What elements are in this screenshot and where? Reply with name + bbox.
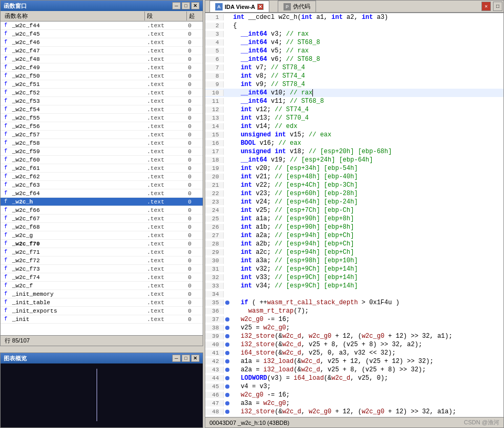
code-line: 3 __int64 v3; // rax	[205, 30, 503, 38]
function-icon: f	[1, 190, 11, 196]
graph-close-button[interactable]: ✕	[191, 355, 200, 362]
line-code-content: __int64 v19; // [esp+24h] [ebp-64h]	[231, 156, 503, 164]
function-name: _w2c_f66	[11, 207, 145, 213]
restore-button[interactable]: □	[182, 2, 190, 9]
function-name: _w2c_f70	[11, 241, 145, 247]
function-list-item[interactable]: f_w2c_f44.text0	[1, 22, 203, 30]
line-code-content: __int64 v11; // ST68_8	[231, 98, 503, 105]
function-list-item[interactable]: f_w2c_f60.text0	[1, 156, 203, 164]
function-end: 0	[187, 48, 203, 54]
function-name: _w2c_f52	[11, 90, 145, 96]
function-segment: .text	[145, 190, 187, 197]
function-list-item[interactable]: f_w2c_f55.text0	[1, 114, 203, 122]
function-segment: .text	[145, 283, 187, 289]
function-list-item[interactable]: f_init_memory.text0	[1, 290, 203, 298]
function-list-item[interactable]: f_w2c_f54.text0	[1, 105, 203, 114]
line-code-content: __int64 v4; // ST68_8	[231, 39, 503, 46]
function-list-item[interactable]: f_w2c_f61.text0	[1, 164, 203, 173]
function-list-item[interactable]: f_w2c_f74.text0	[1, 273, 203, 282]
function-list-item[interactable]: f_w2c_f70.text0	[1, 240, 203, 248]
tabs-bar: A IDA View-A ✕ P 伪代码 ✕ □	[205, 1, 503, 13]
line-number: 4	[205, 39, 224, 46]
code-line: 30 int a3a; // [esp+98h] [ebp+10h]	[205, 256, 503, 265]
close-button[interactable]: ✕	[191, 2, 200, 9]
function-list-item[interactable]: f_w2c_f48.text0	[1, 55, 203, 63]
code-line: 36 wasm_rt_trap(7);	[205, 307, 503, 315]
function-icon: f	[1, 216, 11, 221]
function-window: 函数窗口 ─ □ ✕ 函数名称 段 起 f_w2c_f44.text0f_w2c…	[0, 0, 203, 346]
line-code-content: int v9; // ST78_4	[231, 81, 503, 88]
function-list-item[interactable]: f_w2c_f49.text0	[1, 63, 203, 72]
function-list-item[interactable]: f_w2c_f63.text0	[1, 181, 203, 189]
line-code-content: {	[231, 22, 503, 29]
tab-pseudocode[interactable]: P 伪代码	[278, 1, 316, 12]
tab-ida-view[interactable]: A IDA View-A ✕	[209, 1, 269, 12]
line-number: 44	[205, 375, 224, 381]
function-list-item[interactable]: f_init_exports.text0	[1, 307, 203, 315]
line-code-content: v4 = v3;	[231, 383, 503, 390]
line-dot	[224, 410, 231, 414]
function-icon: f	[1, 56, 11, 62]
function-list-item[interactable]: f_w2c_f51.text0	[1, 80, 203, 89]
function-icon: f	[1, 283, 11, 288]
code-area[interactable]: 1int __cdecl w2c_h(int a1, int a2, int a…	[205, 13, 503, 417]
function-list-item[interactable]: f_w2c_f68.text0	[1, 223, 203, 231]
code-line: 15 unsigned int v15; // eax	[205, 131, 503, 139]
function-name: _w2c_f63	[11, 182, 145, 188]
function-list[interactable]: f_w2c_f44.text0f_w2c_f45.text0f_w2c_f46.…	[1, 22, 203, 335]
function-list-item[interactable]: f_w2c_f62.text0	[1, 173, 203, 181]
function-name: _w2c_f64	[11, 190, 145, 197]
function-list-item[interactable]: f_w2c_f58.text0	[1, 139, 203, 147]
function-list-item[interactable]: f_w2c_f50.text0	[1, 72, 203, 80]
tab-ida-close[interactable]: ✕	[257, 4, 264, 10]
function-name: _w2c_f58	[11, 140, 145, 146]
code-line: 20 int v21; // [esp+48h] [ebp-40h]	[205, 173, 503, 181]
line-code-content: int __cdecl w2c_h(int a1, int a2, int a3…	[231, 14, 503, 21]
code-line: 48 i32_store(&w2c_d, w2c_g0 + 12, (w2c_g…	[205, 408, 503, 416]
function-list-item[interactable]: f_init.text0	[1, 315, 203, 324]
function-list-item[interactable]: f_w2c_f72.text0	[1, 256, 203, 265]
function-list-item[interactable]: f_w2c_f67.text0	[1, 215, 203, 223]
function-name: _w2c_f54	[11, 106, 145, 113]
function-list-item[interactable]: f_w2c_h.text0	[1, 198, 203, 206]
function-segment: .text	[145, 90, 187, 96]
code-line: 13 int v13; // ST70_4	[205, 114, 503, 122]
line-number: 30	[205, 258, 224, 264]
line-dot	[224, 317, 231, 322]
code-line: 34	[205, 290, 503, 298]
function-list-item[interactable]: f_init_table.text0	[1, 298, 203, 307]
function-list-item[interactable]: f_w2c_f59.text0	[1, 147, 203, 156]
function-list-item[interactable]: f_w2c_f52.text0	[1, 89, 203, 97]
graph-restore-button[interactable]: □	[182, 355, 190, 362]
code-line: 35 if ( ++wasm_rt_call_stack_depth > 0x1…	[205, 298, 503, 307]
function-list-item[interactable]: f_w2c_f56.text0	[1, 122, 203, 131]
function-list-item[interactable]: f_w2c_f71.text0	[1, 248, 203, 256]
view-close-button[interactable]: ✕	[481, 2, 491, 11]
graph-minimize-button[interactable]: ─	[172, 355, 181, 362]
function-list-item[interactable]: f_w2c_f66.text0	[1, 206, 203, 215]
function-segment: .text	[145, 56, 187, 62]
function-end: 0	[187, 182, 203, 188]
function-list-item[interactable]: f_w2c_f47.text0	[1, 47, 203, 55]
line-code-content: a3a = w2c_g0;	[231, 400, 503, 407]
line-code-content: __int64 v5; // rax	[231, 47, 503, 55]
view-restore-button[interactable]: □	[493, 2, 502, 11]
function-icon: f	[1, 148, 11, 154]
function-end: 0	[187, 316, 203, 323]
line-code-content: int v21; // [esp+48h] [ebp-40h]	[231, 173, 503, 180]
code-line: 28 int a2b; // [esp+94h] [ebp+Ch]	[205, 240, 503, 248]
line-number: 38	[205, 325, 224, 331]
function-icon: f	[1, 258, 11, 263]
function-list-item[interactable]: f_w2c_g.text0	[1, 231, 203, 240]
function-list-item[interactable]: f_w2c_f.text0	[1, 282, 203, 290]
graph-panel: 图表概览 ─ □ ✕	[0, 352, 203, 428]
function-list-item[interactable]: f_w2c_f73.text0	[1, 265, 203, 273]
function-list-item[interactable]: f_w2c_f57.text0	[1, 131, 203, 139]
function-end: 0	[187, 283, 203, 289]
function-list-item[interactable]: f_w2c_f64.text0	[1, 189, 203, 198]
function-list-item[interactable]: f_w2c_f53.text0	[1, 97, 203, 105]
function-list-item[interactable]: f_w2c_f45.text0	[1, 30, 203, 38]
function-list-item[interactable]: f_w2c_f46.text0	[1, 38, 203, 47]
line-number: 14	[205, 123, 224, 130]
minimize-button[interactable]: ─	[172, 2, 181, 9]
